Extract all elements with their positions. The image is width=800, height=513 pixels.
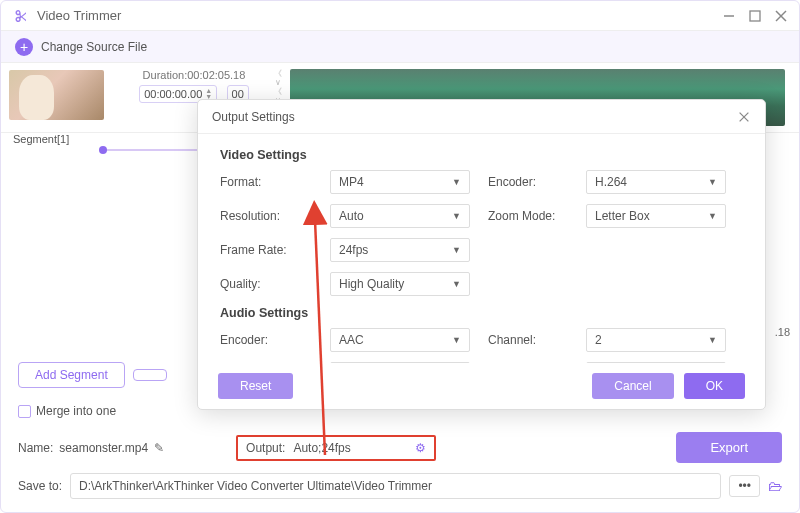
saveto-label: Save to:	[18, 479, 62, 493]
change-source-button[interactable]: Change Source File	[41, 40, 147, 54]
quality-select[interactable]: High Quality▼	[330, 272, 470, 296]
chevron-down-icon: ▼	[452, 177, 461, 187]
merge-checkbox[interactable]: Merge into one	[18, 404, 116, 418]
svg-rect-1	[750, 11, 760, 21]
zoom-mode-select[interactable]: Letter Box▼	[586, 204, 726, 228]
ok-button[interactable]: OK	[684, 373, 745, 399]
reset-button[interactable]: Reset	[218, 373, 293, 399]
saveto-path-input[interactable]: D:\ArkThinker\ArkThinker Video Converter…	[70, 473, 721, 499]
add-segment-button[interactable]: Add Segment	[18, 362, 125, 388]
minimize-icon[interactable]	[721, 8, 737, 24]
segment-thumbnail[interactable]	[9, 70, 104, 120]
browse-button[interactable]: •••	[729, 475, 760, 497]
format-select[interactable]: MP4▼	[330, 170, 470, 194]
audio-encoder-select[interactable]: AAC▼	[330, 328, 470, 352]
framerate-select[interactable]: 24fps▼	[330, 238, 470, 262]
cancel-button[interactable]: Cancel	[592, 373, 673, 399]
window-title: Video Trimmer	[37, 8, 711, 23]
output-summary-box: Output: Auto;24fps ⚙	[236, 435, 436, 461]
dialog-title: Output Settings	[212, 110, 295, 124]
chevron-down-icon: ▼	[452, 335, 461, 345]
app-icon	[11, 7, 29, 25]
folder-icon[interactable]: 🗁	[768, 478, 782, 494]
video-encoder-select[interactable]: H.264▼	[586, 170, 726, 194]
close-icon[interactable]	[773, 8, 789, 24]
end-time-fragment: .18	[775, 326, 790, 338]
plus-icon[interactable]: +	[15, 38, 33, 56]
export-button[interactable]: Export	[676, 432, 782, 463]
resolution-select[interactable]: Auto▼	[330, 204, 470, 228]
chevron-down-icon: ▼	[708, 211, 717, 221]
secondary-button[interactable]	[133, 369, 167, 381]
pencil-icon[interactable]: ✎	[154, 441, 164, 455]
gear-icon[interactable]: ⚙	[415, 441, 426, 455]
file-name: seamonster.mp4	[59, 441, 148, 455]
chevron-down-icon: ▼	[708, 335, 717, 345]
chevron-down-icon: ▼	[452, 211, 461, 221]
chevron-down-icon: ▼	[452, 245, 461, 255]
audio-settings-heading: Audio Settings	[220, 306, 743, 320]
dialog-close-icon[interactable]	[737, 110, 751, 124]
titlebar: Video Trimmer	[1, 1, 799, 31]
output-settings-dialog: Output Settings Video Settings Format: M…	[197, 99, 766, 410]
channel-select[interactable]: 2▼	[586, 328, 726, 352]
video-settings-heading: Video Settings	[220, 148, 743, 162]
chevron-down-icon: ▼	[452, 279, 461, 289]
output-summary-text: Auto;24fps	[293, 441, 350, 455]
maximize-icon[interactable]	[747, 8, 763, 24]
name-label: Name:	[18, 441, 53, 455]
chevron-down-icon: ▼	[708, 177, 717, 187]
toolbar: + Change Source File	[1, 31, 799, 63]
